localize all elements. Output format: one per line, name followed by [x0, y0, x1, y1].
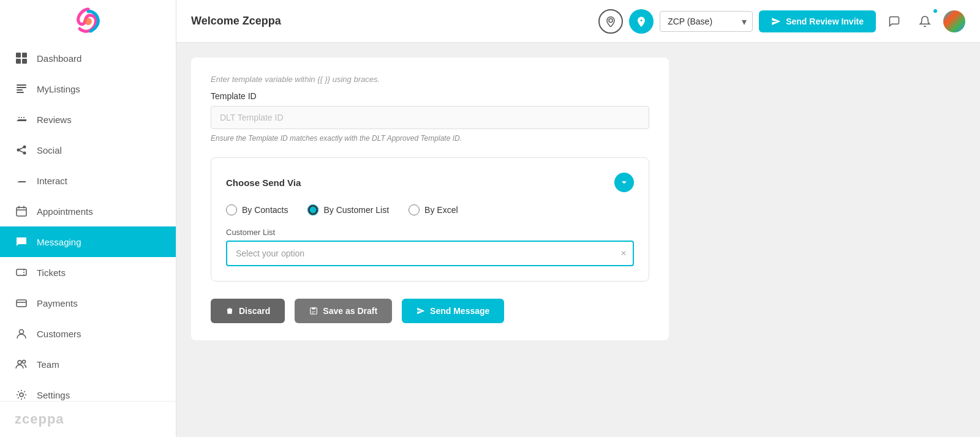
sidebar-item-appointments[interactable]: Appointments [0, 196, 176, 226]
sidebar-item-label: Settings [37, 390, 70, 400]
radio-by-customer-list-input[interactable] [307, 204, 318, 215]
template-id-label: Template ID [211, 91, 649, 101]
sidebar: Dashboard MyListings Reviews Social Inte [0, 0, 176, 437]
send-message-button[interactable]: Send Message [402, 299, 504, 323]
svg-point-22 [23, 360, 26, 364]
sidebar-item-label: Tickets [37, 267, 66, 278]
template-id-help: Ensure the Template ID matches exactly w… [211, 134, 649, 143]
svg-line-15 [20, 148, 23, 149]
sidebar-item-messaging[interactable]: Messaging [0, 226, 176, 257]
sidebar-footer: zceppa [0, 401, 176, 437]
svg-point-12 [17, 149, 20, 152]
radio-by-customer-list[interactable]: By Customer List [307, 204, 389, 215]
location-dropdown-wrap[interactable]: ZCP (Base) ZCP (Pro) ZCP (Enterprise) [660, 11, 753, 32]
form-card: Enter template variable within {{ }} usi… [191, 58, 669, 340]
sidebar-item-customers[interactable]: Customers [0, 318, 176, 349]
svg-point-13 [23, 146, 26, 149]
sidebar-item-label: Payments [37, 298, 78, 308]
notification-bell-wrap[interactable] [913, 9, 937, 34]
sidebar-item-mylistings[interactable]: MyListings [0, 73, 176, 104]
svg-rect-8 [17, 92, 24, 93]
discard-button[interactable]: Discard [211, 299, 285, 323]
svg-point-14 [23, 152, 26, 155]
svg-rect-4 [22, 59, 27, 64]
customer-list-group: Customer List Select your option [226, 228, 634, 266]
social-icon [15, 143, 28, 157]
main-area: Welcome Zceppa ZCP (Base) ZCP (Pro) ZCP … [176, 0, 980, 437]
template-id-section: Template ID Ensure the Template ID match… [211, 91, 649, 143]
sidebar-item-label: Reviews [37, 114, 72, 125]
messaging-icon [15, 235, 28, 248]
svg-rect-9 [18, 117, 20, 118]
sidebar-item-dashboard[interactable]: Dashboard [0, 43, 176, 73]
svg-rect-1 [16, 53, 21, 58]
svg-rect-7 [17, 89, 23, 91]
sidebar-item-label: Team [37, 359, 59, 370]
radio-by-customer-list-label: By Customer List [323, 205, 389, 215]
sidebar-item-label: Interact [37, 176, 67, 186]
sidebar-logo [0, 0, 176, 43]
svg-point-20 [20, 330, 24, 334]
sidebar-item-label: Dashboard [37, 53, 81, 64]
sidebar-item-team[interactable]: Team [0, 349, 176, 379]
svg-rect-5 [17, 84, 26, 86]
send-via-radio-group: By Contacts By Customer List By Excel [226, 204, 634, 215]
sidebar-item-payments[interactable]: Payments [0, 288, 176, 318]
send-via-card: Choose Send Via By Contacts By Customer … [211, 157, 649, 282]
svg-rect-19 [17, 300, 26, 307]
radio-by-excel-input[interactable] [409, 204, 420, 215]
svg-point-21 [18, 360, 21, 364]
sidebar-item-interact[interactable]: Interact [0, 165, 176, 196]
save-draft-button[interactable]: Save as Draft [295, 299, 392, 323]
reviews-icon [15, 113, 28, 126]
svg-rect-6 [17, 87, 26, 88]
radio-by-excel-label: By Excel [424, 205, 458, 215]
listings-icon [15, 82, 28, 95]
sidebar-item-tickets[interactable]: Tickets [0, 257, 176, 288]
svg-rect-11 [23, 117, 24, 118]
customer-list-label: Customer List [226, 228, 634, 237]
template-id-input[interactable] [211, 106, 649, 129]
radio-by-contacts-input[interactable] [226, 204, 237, 215]
customer-list-select[interactable]: Select your option [226, 241, 634, 266]
team-icon [15, 357, 28, 371]
sidebar-item-label: Social [37, 145, 62, 155]
topbar-welcome: Welcome Zceppa [191, 15, 591, 28]
radio-by-excel[interactable]: By Excel [409, 204, 458, 215]
tickets-icon [15, 266, 28, 279]
topbar: Welcome Zceppa ZCP (Base) ZCP (Pro) ZCP … [176, 0, 980, 43]
interact-icon [15, 174, 28, 187]
customer-list-select-wrap[interactable]: Select your option [226, 241, 634, 266]
location-dropdown[interactable]: ZCP (Base) ZCP (Pro) ZCP (Enterprise) [660, 11, 753, 32]
svg-point-0 [85, 18, 92, 25]
svg-rect-17 [17, 207, 26, 216]
sidebar-item-label: MyListings [37, 84, 80, 94]
main-content: Enter template variable within {{ }} usi… [176, 43, 980, 437]
sidebar-item-social[interactable]: Social [0, 135, 176, 165]
notification-badge [932, 8, 938, 14]
sidebar-item-reviews[interactable]: Reviews [0, 104, 176, 135]
location-icon-solid-button[interactable] [629, 9, 654, 34]
radio-by-contacts-label: By Contacts [242, 205, 288, 215]
svg-point-24 [609, 18, 612, 22]
send-via-header: Choose Send Via [226, 173, 634, 192]
svg-line-16 [20, 151, 23, 152]
sidebar-item-settings[interactable]: Settings [0, 379, 176, 401]
customers-icon [15, 327, 28, 340]
svg-point-23 [20, 393, 23, 397]
send-via-collapse-button[interactable] [614, 173, 634, 192]
payments-icon [15, 296, 28, 310]
sidebar-brand-text: zceppa [15, 411, 161, 427]
action-buttons: Discard Save as Draft Send Message [211, 299, 649, 323]
sidebar-item-label: Customers [37, 329, 81, 339]
chat-button[interactable] [882, 9, 907, 34]
user-avatar[interactable] [943, 10, 965, 32]
sidebar-item-label: Messaging [37, 237, 81, 247]
location-icon-outline-button[interactable] [598, 9, 623, 34]
settings-icon [15, 388, 28, 401]
appointments-icon [15, 204, 28, 218]
radio-by-contacts[interactable]: By Contacts [226, 204, 288, 215]
sidebar-item-label: Appointments [37, 206, 93, 217]
send-review-button[interactable]: Send Review Invite [759, 10, 876, 32]
send-via-title: Choose Send Via [226, 177, 301, 188]
